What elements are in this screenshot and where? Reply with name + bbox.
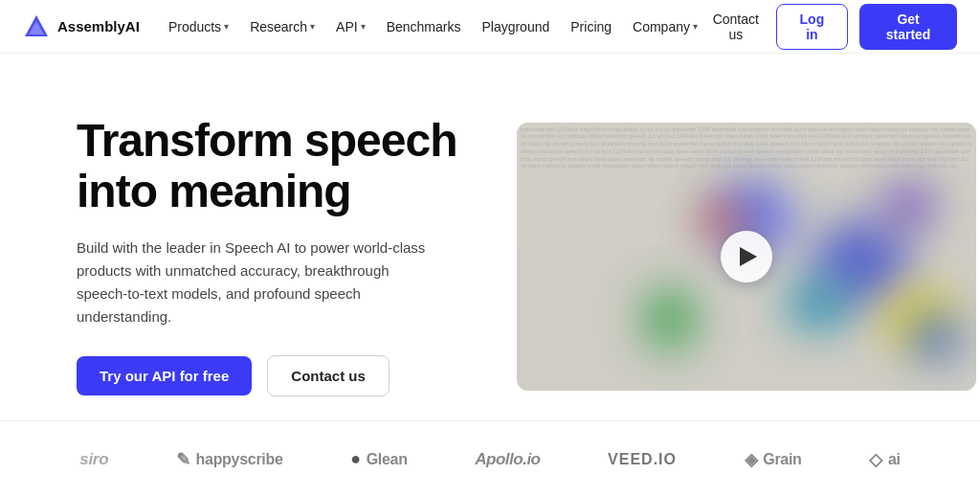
logo-siro: siro [79,450,108,469]
chevron-down-icon: ▾ [693,21,698,32]
nav-playground[interactable]: Playground [472,13,559,40]
heatmap-blob-blue3 [909,314,962,362]
heatmap-blob-green [641,285,699,352]
happyscribe-icon: ✎ [176,449,190,470]
hero-section: Transform speech into meaning Build with… [0,54,980,420]
try-api-button[interactable]: Try our API for free [77,356,252,395]
nav-pricing[interactable]: Pricing [561,13,621,40]
grain-text: Grain [763,451,801,468]
contact-us-button[interactable]: Contact us [707,11,765,42]
heatmap-blob-teal [785,276,852,333]
ai-text: ai [888,451,901,468]
nav-left: AssemblyAI Products ▾ Research ▾ API ▾ B… [23,13,707,40]
grain-icon: ◈ [745,449,758,470]
nav-products[interactable]: Products ▾ [159,13,238,40]
hero-heading: Transform speech into meaning [77,116,479,217]
chevron-down-icon: ▾ [224,21,229,32]
logo-text: AssemblyAI [57,18,140,34]
logos-strip: siro ✎ happyscribe ● Glean Apollo.io VEE… [0,420,980,497]
nav-links: Products ▾ Research ▾ API ▾ Benchmarks P… [159,13,707,40]
logo-happyscribe: ✎ happyscribe [176,449,283,470]
play-icon [740,247,757,266]
siro-text: siro [79,450,108,469]
glean-text: Glean [367,451,408,468]
login-button[interactable]: Log in [776,4,848,50]
hero-subtext: Build with the leader in Speech AI to po… [77,237,440,328]
video-thumbnail[interactable]: transcript text 1234abc https://transcri… [517,123,976,391]
nav-benchmarks[interactable]: Benchmarks [377,13,471,40]
heatmap-blob-purple [880,180,938,233]
glean-icon: ● [350,449,361,469]
chevron-down-icon: ▾ [310,21,315,32]
apollo-text: Apollo.io [475,450,540,469]
logo-ai: ◇ ai [869,449,900,470]
get-started-button[interactable]: Get started [859,4,957,50]
logo-glean: ● Glean [350,449,408,469]
logo-icon [23,13,50,40]
navbar: AssemblyAI Products ▾ Research ▾ API ▾ B… [0,0,980,54]
veed-text: VEED.IO [608,451,677,468]
play-button[interactable] [721,231,772,282]
hero-content: Transform speech into meaning Build with… [77,116,479,396]
logo-apollo: Apollo.io [475,450,540,469]
ai-icon: ◇ [869,449,882,470]
contact-button[interactable]: Contact us [267,355,390,396]
nav-api[interactable]: API ▾ [326,13,375,40]
nav-research[interactable]: Research ▾ [240,13,324,40]
happyscribe-text: happyscribe [196,451,283,468]
hero-buttons: Try our API for free Contact us [77,355,479,396]
nav-right: Contact us Log in Get started [707,4,957,50]
hero-media: transcript text 1234abc https://transcri… [517,123,976,391]
video-background: transcript text 1234abc https://transcri… [517,123,976,391]
chevron-down-icon: ▾ [361,21,366,32]
logo-grain: ◈ Grain [745,449,802,470]
logo-link[interactable]: AssemblyAI [23,13,140,40]
nav-company[interactable]: Company ▾ [623,13,707,40]
logo-veed: VEED.IO [608,451,677,468]
